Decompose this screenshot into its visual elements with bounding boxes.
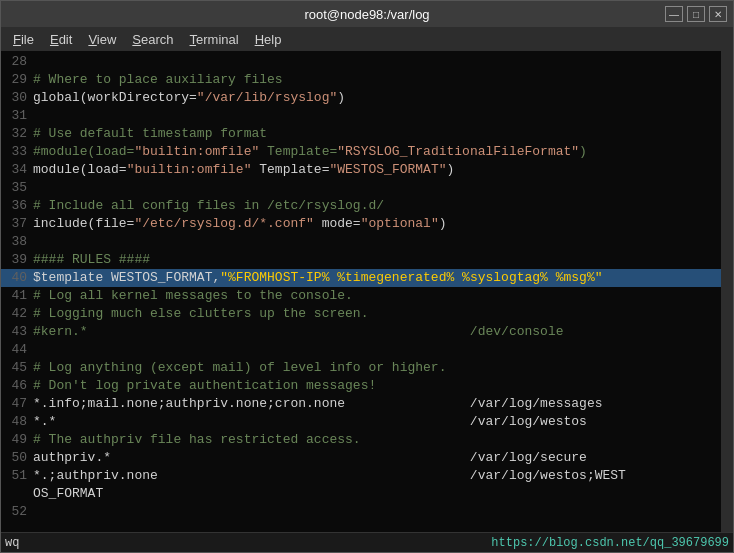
line-45: 45 # Log anything (except mail) of level… <box>1 359 721 377</box>
content-area: 28 29 # Where to place auxiliary files 3… <box>1 51 733 532</box>
status-right: https://blog.csdn.net/qq_39679699 <box>491 536 729 550</box>
line-42: 42 # Logging much else clutters up the s… <box>1 305 721 323</box>
title-bar: root@node98:/var/log — □ ✕ <box>1 1 733 27</box>
terminal-window: root@node98:/var/log — □ ✕ File Edit Vie… <box>0 0 734 553</box>
window-controls: — □ ✕ <box>665 6 727 22</box>
line-30: 30 global(workDirectory="/var/lib/rsyslo… <box>1 89 721 107</box>
line-32: 32 # Use default timestamp format <box>1 125 721 143</box>
line-35: 35 <box>1 179 721 197</box>
menu-search[interactable]: Search <box>124 30 181 49</box>
line-37: 37 include(file="/etc/rsyslog.d/*.conf" … <box>1 215 721 233</box>
line-52: 52 <box>1 503 721 521</box>
line-41: 41 # Log all kernel messages to the cons… <box>1 287 721 305</box>
line-29: 29 # Where to place auxiliary files <box>1 71 721 89</box>
line-46: 46 # Don't log private authentication me… <box>1 377 721 395</box>
menu-terminal[interactable]: Terminal <box>182 30 247 49</box>
minimize-button[interactable]: — <box>665 6 683 22</box>
line-48: 48 *.* /var/log/westos <box>1 413 721 431</box>
status-bar: wq https://blog.csdn.net/qq_39679699 <box>1 532 733 552</box>
line-39: 39 #### RULES #### <box>1 251 721 269</box>
line-31: 31 <box>1 107 721 125</box>
menu-help[interactable]: Help <box>247 30 290 49</box>
line-50: 50 authpriv.* /var/log/secure <box>1 449 721 467</box>
status-left: wq <box>5 536 19 550</box>
line-28: 28 <box>1 53 721 71</box>
vertical-scrollbar[interactable] <box>721 51 733 532</box>
line-44: 44 <box>1 341 721 359</box>
maximize-button[interactable]: □ <box>687 6 705 22</box>
line-43: 43 #kern.* /dev/console <box>1 323 721 341</box>
line-40: 40 $template WESTOS_FORMAT,"%FROMHOST-IP… <box>1 269 721 287</box>
line-continuation: OS_FORMAT <box>1 485 721 503</box>
menu-file[interactable]: File <box>5 30 42 49</box>
line-51: 51 *.;authpriv.none /var/log/westos;WEST <box>1 467 721 485</box>
close-button[interactable]: ✕ <box>709 6 727 22</box>
line-33: 33 #module(load="builtin:omfile" Templat… <box>1 143 721 161</box>
line-49: 49 # The authpriv file has restricted ac… <box>1 431 721 449</box>
line-34: 34 module(load="builtin:omfile" Template… <box>1 161 721 179</box>
line-36: 36 # Include all config files in /etc/rs… <box>1 197 721 215</box>
code-editor[interactable]: 28 29 # Where to place auxiliary files 3… <box>1 51 721 532</box>
line-38: 38 <box>1 233 721 251</box>
window-title: root@node98:/var/log <box>304 7 429 22</box>
line-47: 47 *.info;mail.none;authpriv.none;cron.n… <box>1 395 721 413</box>
menu-edit[interactable]: Edit <box>42 30 80 49</box>
menu-bar: File Edit View Search Terminal Help <box>1 27 733 51</box>
menu-view[interactable]: View <box>80 30 124 49</box>
